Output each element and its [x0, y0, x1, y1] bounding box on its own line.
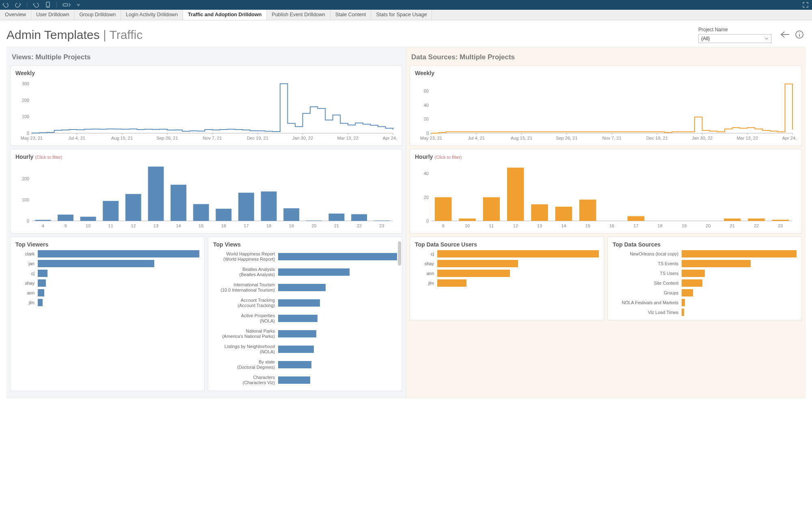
svg-text:200: 200 [22, 98, 29, 103]
top-ds-chart[interactable]: NewOrleans (local copy)TS EventsTS Users… [613, 249, 797, 317]
svg-text:Apr 24, 22: Apr 24, 22 [782, 136, 797, 141]
back-arrow-icon[interactable] [780, 30, 790, 40]
list-item[interactable]: World Happiness Report(World Happiness R… [213, 249, 397, 264]
svg-rect-51 [238, 193, 254, 221]
svg-rect-33 [35, 220, 51, 221]
svg-rect-108 [628, 216, 645, 221]
tab-stats-for-space-usage[interactable]: Stats for Space Usage [371, 10, 432, 20]
svg-rect-55 [283, 208, 299, 221]
top-ds-users-title: Top Data Source Users [415, 241, 599, 248]
svg-text:0: 0 [426, 218, 429, 223]
svg-rect-47 [193, 204, 209, 221]
device-preview-icon[interactable] [45, 2, 51, 8]
svg-rect-57 [306, 221, 322, 221]
svg-rect-116 [724, 218, 741, 221]
ds-hourly-chart[interactable]: 0204091011121314151617181920212223 [415, 162, 797, 231]
tab-stale-content[interactable]: Stale Content [330, 10, 371, 20]
tab-overview[interactable]: Overview [0, 10, 31, 20]
list-item[interactable]: Listings by Neighborhood(NOLA) [213, 342, 397, 357]
svg-rect-43 [148, 167, 164, 221]
list-item[interactable]: ann [415, 269, 599, 278]
svg-text:100: 100 [22, 197, 29, 202]
list-item[interactable]: Site Content [613, 279, 797, 288]
list-item[interactable]: By state(Doctoral Degrees) [213, 357, 397, 372]
svg-text:10: 10 [86, 223, 91, 228]
svg-text:60: 60 [424, 89, 429, 93]
list-item[interactable]: Viz Load Times [613, 308, 797, 317]
top-ds-users-chart[interactable]: cjshayannjim [415, 249, 599, 288]
page-title: Admin Templates | Traffic [6, 28, 698, 42]
list-item[interactable]: Groups [613, 288, 797, 297]
views-hourly-title: Hourly (Click to filter) [15, 154, 397, 160]
ds-weekly-card: Weekly 0204060May 23, 21Jul 4, 21Aug 15,… [410, 65, 802, 146]
svg-text:Aug 15, 21: Aug 15, 21 [111, 136, 133, 141]
svg-text:18: 18 [266, 223, 271, 228]
tab-user-drilldown[interactable]: User Drilldown [31, 10, 74, 20]
tab-traffic-and-adoption-drilldown[interactable]: Traffic and Adoption Drilldown [183, 10, 267, 20]
undo-icon[interactable] [2, 2, 9, 8]
list-item[interactable]: TS Users [613, 269, 797, 278]
svg-text:Jan 30, 22: Jan 30, 22 [692, 136, 713, 141]
list-item[interactable]: jim [415, 279, 599, 288]
ds-hourly-card: Hourly (Click to filter) 020409101112131… [410, 149, 802, 234]
svg-rect-61 [351, 214, 367, 221]
tab-group-drilldown[interactable]: Group Drilldown [74, 10, 121, 20]
list-item[interactable]: NewOrleans (local copy) [613, 249, 797, 258]
svg-text:200: 200 [22, 176, 29, 181]
list-item[interactable]: cj [15, 269, 199, 278]
svg-rect-37 [80, 217, 96, 221]
top-views-chart[interactable]: World Happiness Report(World Happiness R… [213, 249, 397, 387]
top-viewers-chart[interactable]: clarkjancjshayannjim [15, 249, 199, 307]
dashboard-header: Admin Templates | Traffic Project Name (… [0, 20, 812, 47]
svg-text:20: 20 [424, 195, 429, 200]
list-item[interactable]: NOLA Festivals and Markets [613, 298, 797, 307]
svg-rect-53 [261, 191, 277, 221]
list-item[interactable]: ann [15, 288, 199, 297]
list-item[interactable]: shay [15, 279, 199, 288]
svg-text:13: 13 [153, 223, 158, 228]
svg-text:11: 11 [108, 223, 113, 228]
list-item[interactable]: Account Tracking(Account Tracking) [213, 296, 397, 310]
revert-icon[interactable] [33, 2, 39, 8]
list-item[interactable]: shay [415, 259, 599, 268]
svg-text:21: 21 [334, 223, 339, 228]
redo-icon[interactable] [15, 2, 21, 8]
list-item[interactable]: Beatles Analysis(Beatles Analysis) [213, 265, 397, 279]
svg-text:May 23, 21: May 23, 21 [21, 136, 43, 141]
svg-text:19: 19 [289, 223, 294, 228]
project-filter-select[interactable]: (All) [698, 34, 771, 43]
views-hourly-card: Hourly (Click to filter) 010020049101112… [10, 149, 402, 234]
svg-text:Mar 13, 22: Mar 13, 22 [736, 136, 758, 141]
svg-text:16: 16 [221, 223, 226, 228]
list-item[interactable]: Active Properties(NOLA) [213, 311, 397, 326]
svg-text:Jul 4, 21: Jul 4, 21 [468, 136, 485, 141]
ds-column-title: Data Sources: Multiple Projects [410, 51, 802, 65]
svg-text:17: 17 [244, 223, 248, 228]
list-item[interactable]: clark [15, 249, 199, 258]
views-weekly-chart[interactable]: 0100200300May 23, 21Jul 4, 21Aug 15, 21S… [15, 78, 397, 143]
svg-text:0: 0 [426, 131, 429, 136]
tab-login-activity-drilldown[interactable]: Login Activity Drilldown [121, 10, 183, 20]
svg-text:23: 23 [379, 223, 384, 228]
tab-publish-event-drilldown[interactable]: Publish Event Drilldown [267, 10, 330, 20]
list-item[interactable]: jan [15, 259, 199, 268]
ds-weekly-chart[interactable]: 0204060May 23, 21Jul 4, 21Aug 15, 21Sep … [415, 78, 797, 143]
fullscreen-icon[interactable] [802, 2, 809, 9]
list-item[interactable]: TS Events [613, 259, 797, 268]
scrollbar[interactable] [398, 241, 401, 266]
list-item[interactable]: cj [415, 249, 599, 258]
list-item[interactable]: jim [15, 298, 199, 307]
svg-rect-104 [579, 200, 596, 221]
export-icon[interactable] [63, 2, 71, 7]
dropdown-caret-icon[interactable] [76, 3, 80, 6]
info-icon[interactable] [795, 30, 804, 40]
list-item[interactable]: International Tourism(10.0 International… [213, 280, 397, 295]
list-item[interactable]: National Parks(America's National Parks) [213, 327, 397, 341]
top-views-card: Top Views World Happiness Report(World H… [208, 237, 402, 391]
list-item[interactable]: Characters(Characters Viz) [213, 373, 397, 387]
svg-text:17: 17 [633, 223, 638, 228]
views-hourly-chart[interactable]: 0100200491011121314151617181920212223 [15, 162, 397, 231]
svg-text:21: 21 [730, 223, 735, 228]
svg-text:12: 12 [131, 223, 136, 228]
svg-text:Sep 26, 21: Sep 26, 21 [556, 136, 577, 141]
